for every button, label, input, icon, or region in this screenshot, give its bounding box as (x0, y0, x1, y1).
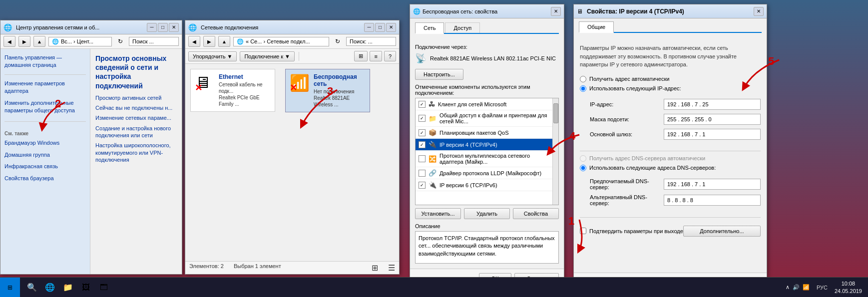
wp-component-1-check[interactable]: ✓ (419, 115, 426, 122)
ip-manual-dns-radio-label[interactable]: Использовать следующие адреса DNS-сервер… (580, 165, 761, 171)
nc-view-button1[interactable]: ⊞ (354, 51, 368, 61)
wp-tab-network[interactable]: Сеть (415, 22, 444, 34)
ip-tab-general[interactable]: Общие (579, 21, 614, 33)
cp-sidebar-homegroup-link[interactable]: Домашняя группа (4, 150, 86, 160)
wp-component-0[interactable]: ✓ 🖧 Клиент для сетей Microsoft (416, 98, 552, 110)
nc-refresh-button[interactable]: ↻ (332, 36, 343, 47)
nc-minimize-button[interactable]: ─ (364, 23, 374, 32)
wp-tabs: Сеть Доступ (415, 22, 559, 34)
wp-component-5[interactable]: 🔗 Драйвер протокола LLDP (Майкрософт) (416, 167, 552, 179)
cp-sidebar-sharing-link[interactable]: Изменить дополнительные параметры общего… (4, 98, 86, 116)
cp-sidebar-home-link[interactable]: Панель управления — домашняя страница (4, 53, 86, 70)
cp-sidebar-browser-link[interactable]: Свойства браузера (4, 174, 86, 183)
cp-refresh-button[interactable]: ↻ (115, 36, 126, 47)
wp-component-1[interactable]: ✓ 📁 Общий доступ к файлам и принтерам дл… (416, 110, 552, 127)
wp-configure-button[interactable]: Настроить... (415, 69, 463, 80)
nc-ethernet-adapter[interactable]: 🖥 ✕ Ethernet Сетевой кабель не подк... R… (190, 69, 275, 112)
tray-expand-icon[interactable]: ∧ (786, 284, 790, 291)
nc-close-button[interactable]: ✕ (386, 23, 396, 32)
taskbar-icon-explorer[interactable]: 📁 (60, 280, 76, 296)
wp-close-button[interactable]: ✕ (551, 7, 561, 16)
cp-not-connected-link[interactable]: Сейчас вы не подключены н... (95, 104, 177, 111)
wp-device-name: Realtek 8821AE Wireless LAN 802.11ac PCI… (430, 55, 559, 61)
ip-pref-dns-input[interactable]: 192 . 168 . 7 . 1 (664, 179, 761, 190)
ip-manual-radio-label[interactable]: Использовать следующий IP-адрес: (580, 85, 761, 92)
wp-tab-access[interactable]: Доступ (445, 22, 480, 33)
wp-title-icon: 🌐 (413, 8, 421, 15)
wp-component-2[interactable]: ✓ 📦 Планировщик пакетов QoS (416, 127, 552, 139)
ip-address-input[interactable]: 192 . 168 . 7 . 25 (664, 99, 761, 110)
cp-address-bar[interactable]: 🌐 Вс... › Цент... (48, 37, 112, 46)
ip-gateway-input[interactable]: 192 . 168 . 7 . 1 (664, 129, 761, 140)
nc-maximize-button[interactable]: □ (375, 23, 385, 32)
wp-components-scrollbar[interactable] (552, 98, 558, 205)
nc-connect-button[interactable]: Подключение к ▼ (240, 51, 295, 61)
wp-install-button[interactable]: Установить... (415, 208, 461, 219)
wp-component-5-check[interactable] (419, 170, 426, 177)
wp-component-6-check[interactable]: ✓ (419, 182, 426, 189)
cp-up-button[interactable]: ▲ (33, 36, 45, 47)
tray-volume-icon[interactable]: 🔊 (793, 284, 800, 291)
nc-wireless-adapter[interactable]: 📶 ✕ Беспроводная сеть Нет подключения Re… (285, 69, 370, 112)
taskbar-icon-app5[interactable]: 🗔 (96, 280, 112, 296)
ip-manual-radio[interactable] (580, 85, 586, 92)
ip-auto-dns-radio-label[interactable]: Получить адрес DNS-сервера автоматически (580, 155, 761, 162)
nc-back-button[interactable]: ◀ (188, 36, 200, 47)
ip-advanced-button[interactable]: Дополнительно... (683, 226, 761, 237)
nc-help-button[interactable]: ? (384, 51, 396, 61)
taskbar-icon-photoshop[interactable]: 🖼 (78, 280, 94, 296)
cp-active-networks-link[interactable]: Просмотр активных сетей (95, 94, 177, 101)
nc-search-box[interactable]: Поиск: ... (346, 37, 396, 46)
taskbar-icon-chrome[interactable]: 🌐 (42, 280, 58, 296)
wp-properties-button[interactable]: Свойства (513, 208, 559, 219)
ip-auto-dns-radio (580, 155, 586, 162)
cp-close-button[interactable]: ✕ (169, 23, 179, 32)
cp-minimize-button[interactable]: ─ (147, 23, 157, 32)
wp-scrollbar-thumb[interactable] (553, 103, 558, 123)
cp-create-connection-link[interactable]: Создание и настройка нового подключения … (95, 125, 177, 139)
wp-component-4-check[interactable] (419, 155, 426, 162)
wp-device-row: 📡 Realtek 8821AE Wireless LAN 802.11ac P… (415, 53, 559, 64)
nc-address-bar[interactable]: 🌐 « Се... › Сетевые подкл... (233, 37, 329, 46)
tray-network-icon[interactable]: 📶 (803, 284, 810, 291)
cp-sidebar-ir-link[interactable]: Инфракрасная связь (4, 162, 86, 171)
ip-close-button[interactable]: ✕ (754, 7, 764, 16)
nc-up-button[interactable]: ▲ (218, 36, 230, 47)
ip-manual-dns-radio[interactable] (580, 165, 586, 171)
ip-confirm-label[interactable]: Подтвердить параметры при выходе (580, 228, 683, 234)
nc-detail-toggle[interactable]: ☰ (388, 263, 395, 273)
nc-titlebar: 🌐 Сетевые подключения ─ □ ✕ (185, 20, 399, 34)
nc-ethernet-x-icon: ✕ (195, 82, 202, 93)
ip-auto-radio[interactable] (580, 76, 586, 82)
taskbar-icon-search[interactable]: 🔍 (24, 280, 40, 296)
ip-address-radio-group: Получить адрес автоматически Использоват… (580, 76, 761, 92)
wp-device-icon: 📡 (415, 53, 426, 64)
cp-back-button[interactable]: ◀ (3, 36, 15, 47)
ip-subnet-input[interactable]: 255 . 255 . 255 . 0 (664, 114, 761, 125)
cp-maximize-button[interactable]: □ (158, 23, 168, 32)
cp-search-box[interactable]: Поиск ... (129, 37, 179, 46)
cp-sidebar-adapter-link[interactable]: Изменение параметров адаптера (4, 79, 86, 96)
cp-network-params-link[interactable]: Изменение сетевых параме... (95, 114, 177, 121)
wp-component-3[interactable]: ✓ 🔌 IP версии 4 (TCP/IPv4) (416, 139, 552, 151)
wp-component-2-check[interactable]: ✓ (419, 129, 426, 136)
cp-sidebar-firewall-link[interactable]: Брандмауэр Windows (4, 138, 86, 148)
ip-confirm-checkbox[interactable] (580, 228, 586, 234)
wp-component-6[interactable]: ✓ 🔌 IP версии 6 (TCP/IPv6) (416, 179, 552, 191)
wp-component-0-check[interactable]: ✓ (419, 101, 426, 108)
nc-organize-button[interactable]: Упорядочить ▼ (188, 51, 237, 61)
nc-view-toggle[interactable]: ⊞ (372, 263, 378, 273)
nc-wireless-status1: Нет подключения (314, 88, 366, 95)
tray-clock[interactable]: 10:08 24.05.2019 (835, 280, 862, 295)
ip-alt-dns-input[interactable]: 8 . 8 . 8 . 8 (664, 195, 761, 206)
start-button[interactable]: ⊞ (0, 278, 20, 297)
wp-remove-button[interactable]: Удалить (464, 208, 510, 219)
tray-lang-indicator[interactable]: РУС (814, 285, 831, 291)
wp-component-3-check[interactable]: ✓ (419, 141, 426, 148)
nc-view-button2[interactable]: ≡ (370, 51, 382, 61)
cp-broadband-link[interactable]: Настройка широкополосного, коммутируемог… (95, 142, 177, 163)
wp-component-4[interactable]: 🔀 Протокол мультиплексора сетевого адапт… (416, 151, 552, 167)
ip-auto-radio-label[interactable]: Получить адрес автоматически (580, 76, 761, 82)
cp-forward-button[interactable]: ▶ (18, 36, 30, 47)
nc-forward-button[interactable]: ▶ (203, 36, 215, 47)
